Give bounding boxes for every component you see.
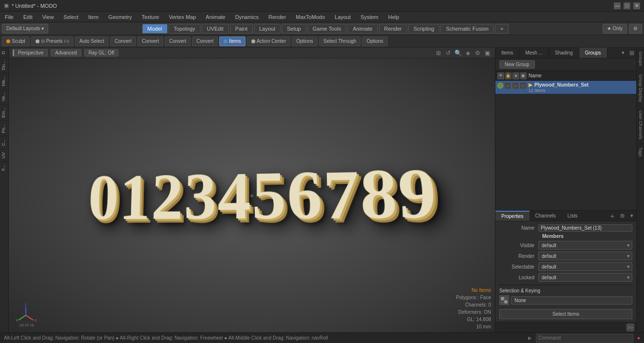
viewport-settings-icon[interactable]: ⚙ [474, 49, 481, 57]
options-btn-2[interactable]: Options [362, 36, 387, 46]
star-only-btn[interactable]: ★ Only [603, 24, 627, 34]
menu-dynamics[interactable]: Dynamics [230, 12, 264, 22]
tab-paint[interactable]: Paint [230, 24, 253, 34]
viewport-area[interactable]: Perspective Advanced Ray GL: Off ⊞ ↺ 🔍 ◈… [9, 48, 495, 332]
edge-tab-groups[interactable]: Groups [637, 48, 644, 71]
tab-uvedit[interactable]: UVEdit [202, 24, 229, 34]
left-tab-c[interactable]: C... [0, 136, 8, 149]
left-tab-d[interactable]: D [0, 48, 8, 57]
tab-add[interactable]: + [495, 24, 509, 34]
viewport-advanced-tag[interactable]: Advanced [51, 49, 81, 56]
sculpt-btn[interactable]: Sculpt [2, 36, 30, 46]
menu-texture[interactable]: Texture [137, 12, 164, 22]
left-tab-m[interactable]: Me... [0, 73, 8, 89]
edge-tab-tags[interactable]: Tags [637, 144, 644, 161]
settings-btn[interactable]: ⚙ [629, 24, 642, 34]
right-tab-mesh[interactable]: Mesh ... [519, 48, 549, 58]
convert-btn-4[interactable]: Convert [192, 36, 218, 46]
auto-select-btn[interactable]: Auto Select [75, 36, 109, 46]
viewport-rotate-icon[interactable]: ↺ [444, 49, 452, 57]
menu-help[interactable]: Help [383, 12, 404, 22]
prop-selectable-select[interactable]: default ▾ [538, 262, 632, 271]
prop-tab-expand-btn[interactable]: ⊞ [617, 212, 627, 220]
tab-game-tools[interactable]: Game Tools [307, 24, 347, 34]
left-tab-du[interactable]: Du... [0, 57, 8, 73]
menu-edit[interactable]: Edit [19, 12, 38, 22]
left-tab-uv[interactable]: UV [0, 149, 8, 162]
group-lock-icon[interactable]: □ [504, 82, 511, 89]
prop-tab-properties[interactable]: Properties [495, 211, 530, 221]
prop-tab-chevron-btn[interactable]: ▾ [627, 212, 636, 220]
menu-view[interactable]: View [38, 12, 59, 22]
prop-name-input[interactable] [538, 224, 632, 232]
minimize-button[interactable]: — [614, 2, 621, 9]
titlebar-controls[interactable]: — □ ✕ [614, 2, 640, 9]
viewport-raygl-tag[interactable]: Ray GL: Off [84, 49, 119, 56]
left-tab-po[interactable]: Po... [0, 121, 8, 136]
viewport-zoom-icon[interactable]: 🔍 [454, 49, 462, 57]
menu-file[interactable]: File [0, 12, 19, 22]
prop-tab-lists[interactable]: Lists [562, 211, 584, 221]
prop-locked-arrow-icon: ▾ [625, 274, 632, 281]
menu-vertex-map[interactable]: Vertex Map [164, 12, 201, 22]
group-item-plywood[interactable]: □ □ □ ▶ Plywood_Numbers_Set 11 Items [495, 81, 636, 94]
command-input[interactable] [536, 334, 633, 343]
left-tab-f[interactable]: F... [0, 162, 8, 174]
viewport-maximize-icon[interactable]: ⊞ [435, 49, 442, 57]
prop-render-select[interactable]: default ▾ [538, 252, 632, 260]
prop-render-value: default [539, 253, 625, 259]
left-tab-em[interactable]: Em... [0, 104, 8, 121]
right-panel-expand-icon[interactable]: ⊞ [627, 49, 636, 57]
left-tab-ve[interactable]: Ve... [0, 89, 8, 104]
default-layouts-btn[interactable]: Default Layouts ▾ [2, 24, 48, 34]
menu-item[interactable]: Item [83, 12, 103, 22]
select-through-btn[interactable]: Select Through [319, 36, 361, 46]
close-button[interactable]: ✕ [633, 2, 640, 9]
menu-layout[interactable]: Layout [330, 12, 356, 22]
tab-topology[interactable]: Topology [169, 24, 201, 34]
action-center-btn[interactable]: Action Center [247, 36, 291, 46]
menu-geometry[interactable]: Geometry [103, 12, 136, 22]
viewport-perspective-tag[interactable]: Perspective [13, 49, 48, 56]
convert-btn-1[interactable]: Convert [110, 36, 136, 46]
group-select-icon[interactable]: □ [520, 82, 527, 89]
mode-toolbar: Sculpt ⊙ Presets F6 Auto Select Convert … [0, 35, 644, 48]
viewport-canvas[interactable]: 0123456789 X Y Z +X +Y +Z + No Item [9, 58, 495, 332]
tab-layout[interactable]: Layout [254, 24, 281, 34]
edge-tab-group-display[interactable]: Group Display [637, 71, 644, 107]
prop-locked-select[interactable]: default ▾ [538, 273, 632, 282]
prop-tab-channels[interactable]: Channels [530, 211, 562, 221]
menu-maxtomodo[interactable]: MaxToModo [291, 12, 330, 22]
right-tab-shading[interactable]: Shading [549, 48, 579, 58]
menu-system[interactable]: System [356, 12, 383, 22]
right-tab-dropdown[interactable]: ▾ [619, 49, 627, 57]
maximize-button[interactable]: □ [624, 2, 630, 9]
menu-select[interactable]: Select [58, 12, 83, 22]
tab-schematic-fusion[interactable]: Schematic Fusion [440, 24, 493, 34]
options-btn-1[interactable]: Options [292, 36, 317, 46]
menu-render[interactable]: Render [264, 12, 291, 22]
tab-scripting[interactable]: Scripting [408, 24, 440, 34]
right-tab-groups[interactable]: Groups [579, 48, 607, 58]
prop-tab-add-btn[interactable]: + [607, 211, 617, 221]
right-tab-items[interactable]: Items [495, 48, 519, 58]
menu-animate[interactable]: Animate [201, 12, 230, 22]
select-items-button[interactable]: Select Items [499, 309, 632, 319]
tab-render[interactable]: Render [379, 24, 407, 34]
viewport-camera-icon[interactable]: ◈ [464, 49, 472, 57]
convert-btn-3[interactable]: Convert [165, 36, 190, 46]
edge-tab-user-channels[interactable]: User Channels [637, 107, 644, 144]
group-eye-icon[interactable] [497, 83, 503, 89]
tab-animate[interactable]: Animate [347, 24, 378, 34]
tab-model[interactable]: Model [142, 24, 168, 34]
prop-visible-select[interactable]: default ▾ [538, 241, 632, 250]
tab-setup[interactable]: Setup [282, 24, 306, 34]
group-render-icon[interactable]: □ [512, 82, 519, 89]
presets-btn[interactable]: ⊙ Presets F6 [31, 36, 74, 46]
items-btn[interactable]: Items [219, 36, 245, 46]
convert-btn-2[interactable]: Convert [137, 36, 163, 46]
viewport-expand-icon[interactable]: ▣ [483, 49, 491, 57]
status-gl: GL: 14,808 [456, 316, 491, 323]
panel-expand-btn[interactable]: >> [626, 324, 634, 331]
new-group-button[interactable]: New Group [499, 60, 535, 69]
